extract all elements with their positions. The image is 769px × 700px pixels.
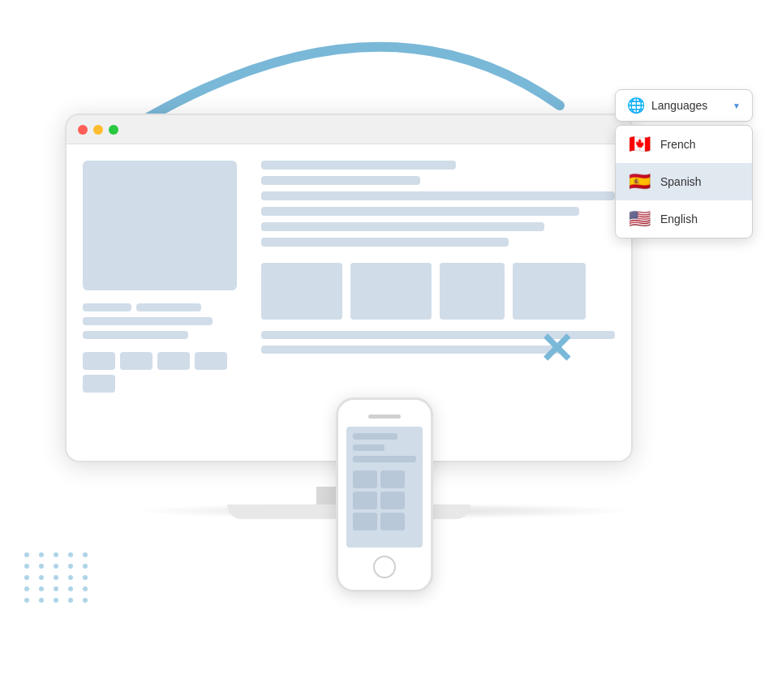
content-left	[83, 161, 245, 444]
language-dropdown: 🇨🇦 French 🇪🇸 Spanish 🇺🇸 English	[615, 125, 753, 238]
text-line	[261, 207, 579, 216]
phone-grid-item	[353, 492, 377, 509]
phone	[336, 397, 433, 592]
right-lines	[261, 161, 615, 247]
phone-line	[353, 444, 384, 451]
language-button-label: Languages	[651, 99, 726, 112]
block	[195, 352, 227, 370]
x-mark-icon: ✕	[539, 328, 574, 370]
left-text-lines	[83, 303, 245, 339]
phone-grid-item	[353, 513, 377, 530]
card	[350, 263, 432, 320]
content-right: ✕	[261, 161, 615, 444]
card	[261, 263, 342, 320]
block	[120, 352, 153, 370]
right-card-section	[261, 263, 615, 320]
close-button-dot[interactable]	[78, 125, 88, 135]
text-line	[261, 191, 615, 200]
flag-icon-canadian: 🇨🇦	[629, 135, 651, 153]
dots-decoration	[24, 552, 91, 603]
block	[83, 352, 115, 370]
block	[157, 352, 190, 370]
text-line	[136, 303, 201, 311]
flag-icon-american: 🇺🇸	[629, 210, 651, 228]
text-line	[83, 317, 213, 325]
minimize-button-dot[interactable]	[93, 125, 103, 135]
text-line	[261, 222, 544, 231]
language-option-english[interactable]: 🇺🇸 English	[616, 200, 752, 238]
language-button[interactable]: 🌐 Languages ▼	[615, 89, 753, 122]
language-option-spanish[interactable]: 🇪🇸 Spanish	[616, 163, 752, 200]
phone-home-button[interactable]	[373, 556, 396, 578]
left-image-placeholder	[83, 161, 237, 290]
language-label-english: English	[660, 213, 698, 225]
flag-icon-spanish: 🇪🇸	[629, 173, 651, 191]
text-line	[83, 331, 188, 339]
browser-bar	[67, 115, 631, 144]
card	[513, 263, 586, 320]
globe-icon: 🌐	[627, 97, 645, 114]
maximize-button-dot[interactable]	[109, 125, 118, 135]
phone-grid-item	[380, 470, 405, 488]
left-block-group	[83, 352, 245, 393]
language-label-spanish: Spanish	[660, 175, 702, 188]
chevron-down-icon: ▼	[732, 101, 741, 110]
language-option-french[interactable]: 🇨🇦 French	[616, 126, 752, 163]
card	[440, 263, 505, 320]
phone-line	[353, 433, 397, 440]
text-line	[261, 238, 509, 247]
phone-grid	[353, 470, 416, 530]
text-line	[261, 161, 456, 170]
text-line	[83, 303, 131, 311]
text-line	[261, 176, 420, 185]
language-selector: 🌐 Languages ▼ 🇨🇦 French 🇪🇸 Spanish 🇺🇸 En…	[615, 89, 753, 122]
phone-speaker	[368, 414, 401, 419]
phone-grid-item	[380, 492, 405, 509]
phone-screen	[346, 427, 423, 548]
phone-line	[353, 456, 416, 462]
scene: ✕ 🌐	[0, 0, 769, 700]
block	[83, 375, 115, 393]
phone-grid-item	[380, 513, 405, 530]
text-line	[261, 346, 562, 354]
language-label-french: French	[660, 138, 696, 151]
phone-grid-item	[353, 470, 377, 488]
